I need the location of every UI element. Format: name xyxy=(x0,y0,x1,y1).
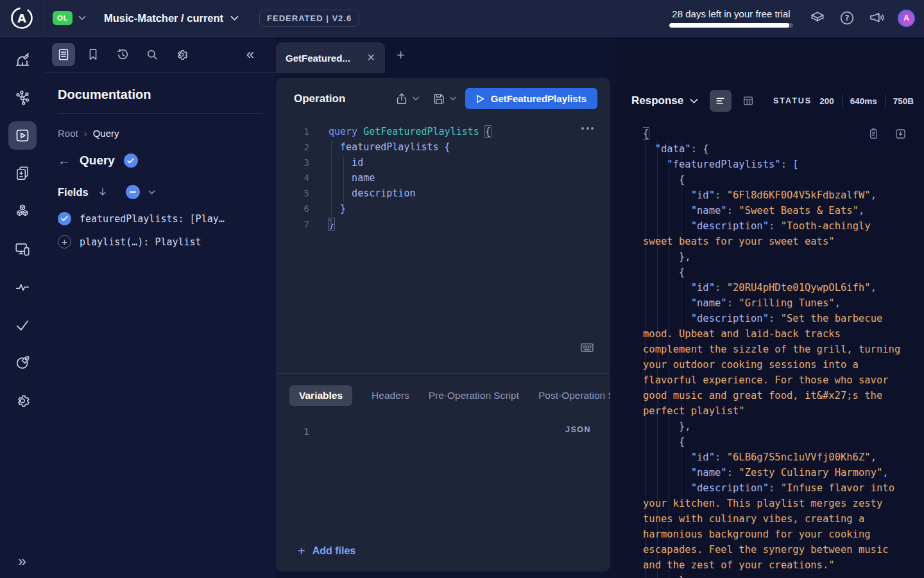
document-icon xyxy=(56,48,71,62)
package-icon[interactable] xyxy=(809,10,826,26)
field-row-featured-playlists[interactable]: featuredPlaylists: [Play… xyxy=(58,212,262,225)
rail-item-clients[interactable] xyxy=(8,235,37,263)
trial-progress-track xyxy=(669,23,793,28)
table-icon xyxy=(742,94,755,107)
svg-text:A: A xyxy=(17,12,26,25)
field-signature: featuredPlaylists: [Play… xyxy=(80,213,225,225)
run-operation-button[interactable]: GetFeaturedPlaylists xyxy=(465,88,597,109)
graph-chevron-down-icon[interactable] xyxy=(230,15,239,21)
documentation-panel: « Documentation Root › Query ← Query Fie… xyxy=(44,37,276,578)
checkmark-icon xyxy=(14,317,31,333)
operation-tab-label: GetFeatured... xyxy=(286,53,367,64)
field-signature: playlist(…): Playlist xyxy=(80,236,201,248)
type-selected-check-icon[interactable] xyxy=(124,153,138,168)
keyboard-shortcuts-icon[interactable] xyxy=(579,340,595,355)
operation-tab[interactable]: GetFeatured... ✕ xyxy=(276,42,385,73)
megaphone-icon[interactable] xyxy=(868,10,885,26)
org-chevron-down-icon[interactable] xyxy=(78,15,86,21)
docs-toolbar: « xyxy=(44,37,276,73)
changelog-icon xyxy=(14,165,31,182)
trial-text: 28 days left in your free trial xyxy=(672,8,790,19)
response-panel: Response STATUS 200 xyxy=(616,37,924,578)
back-arrow-icon[interactable]: ← xyxy=(58,154,71,167)
search-button[interactable] xyxy=(141,43,164,66)
federation-badge: FEDERATED | V2.6 xyxy=(259,10,359,27)
history-button[interactable] xyxy=(111,43,134,66)
save-icon[interactable] xyxy=(432,92,446,106)
observatory-icon xyxy=(14,51,31,68)
rail-item-sandbox[interactable] xyxy=(8,197,37,225)
fields-chevron-down-icon[interactable] xyxy=(148,190,155,195)
table-view-toggle[interactable] xyxy=(737,90,759,112)
raw-view-toggle[interactable] xyxy=(710,90,732,112)
cubes-icon xyxy=(14,203,31,220)
explorer-settings-button[interactable] xyxy=(170,43,193,66)
operation-panel-title: Operation xyxy=(294,92,345,105)
breadcrumb-query[interactable]: Query xyxy=(93,128,119,139)
save-chevron-down-icon[interactable] xyxy=(450,96,456,101)
rail-item-changelog[interactable] xyxy=(8,159,37,188)
editor-sub-tabs: Variables Headers Pre-Operation Script P… xyxy=(276,373,610,415)
share-chevron-down-icon[interactable] xyxy=(413,96,419,101)
add-files-button[interactable]: + Add files xyxy=(298,545,355,557)
svg-text:?: ? xyxy=(844,13,849,22)
fields-heading: Fields xyxy=(58,186,89,198)
graphql-editor[interactable]: 1query GetFeaturedPlaylists {2 featuredP… xyxy=(276,118,610,373)
tab-post-operation-script[interactable]: Post-Operation Script xyxy=(538,390,610,401)
share-icon[interactable] xyxy=(395,92,409,106)
collapse-panel-button[interactable]: « xyxy=(246,48,254,62)
status-label: STATUS xyxy=(773,96,812,105)
left-nav-rail: » xyxy=(0,37,44,578)
response-chevron-down-icon[interactable] xyxy=(690,98,698,104)
add-files-label: Add files xyxy=(312,545,356,557)
tab-pre-operation-script[interactable]: Pre-Operation Script xyxy=(429,390,519,401)
expand-rail-button[interactable]: » xyxy=(0,553,44,570)
run-button-label: GetFeaturedPlaylists xyxy=(491,93,586,104)
new-tab-button[interactable]: + xyxy=(397,48,405,62)
deselect-all-fields-button[interactable] xyxy=(126,185,140,199)
plus-icon: + xyxy=(298,545,305,557)
response-size: 750B xyxy=(893,96,914,106)
response-json-code: { "data": { "featuredPlaylists": [ { "id… xyxy=(643,126,903,578)
documentation-tab-button[interactable] xyxy=(52,43,75,66)
devices-icon xyxy=(14,241,31,258)
gear-icon xyxy=(175,48,189,62)
field-add-icon[interactable]: + xyxy=(58,235,71,249)
sort-down-arrow-icon[interactable] xyxy=(97,186,108,198)
rail-item-home[interactable] xyxy=(8,46,37,74)
close-tab-icon[interactable]: ✕ xyxy=(367,53,375,63)
user-avatar[interactable]: A xyxy=(898,10,915,27)
topbar: A OL Music-Matcher / current FEDERATED |… xyxy=(0,0,924,37)
explorer-play-icon xyxy=(14,127,31,144)
operation-column: GetFeatured... ✕ + Operation xyxy=(276,37,616,578)
rail-item-settings[interactable] xyxy=(8,387,37,415)
rail-item-insights[interactable] xyxy=(8,273,37,301)
play-icon xyxy=(476,94,484,103)
search-icon xyxy=(145,48,159,62)
history-clock-icon xyxy=(116,48,130,62)
rail-item-explorer[interactable] xyxy=(8,121,37,150)
gear-icon xyxy=(14,392,31,409)
indent-guide xyxy=(331,141,332,225)
operation-card: Operation xyxy=(276,78,610,572)
org-badge[interactable]: OL xyxy=(53,11,73,25)
help-icon[interactable]: ? xyxy=(839,10,855,26)
graph-network-icon xyxy=(14,89,31,106)
graph-title[interactable]: Music-Matcher / current xyxy=(104,12,223,24)
response-stats: STATUS 200 640ms 750B xyxy=(773,94,914,107)
saved-operations-button[interactable] xyxy=(81,43,105,66)
response-duration: 640ms xyxy=(850,96,877,106)
rocket-icon xyxy=(14,355,31,371)
breadcrumb-root[interactable]: Root xyxy=(58,128,78,139)
type-name: Query xyxy=(80,153,115,168)
breadcrumb-separator-icon: › xyxy=(84,128,87,139)
editor-menu-button[interactable] xyxy=(581,127,594,130)
rail-item-launches[interactable] xyxy=(8,349,37,377)
tab-variables[interactable]: Variables xyxy=(289,385,352,406)
field-checked-icon[interactable] xyxy=(58,212,71,225)
apollo-logo[interactable]: A xyxy=(0,0,44,36)
rail-item-checks[interactable] xyxy=(8,311,37,339)
rail-item-graph[interactable] xyxy=(8,83,37,112)
field-row-playlist[interactable]: + playlist(…): Playlist xyxy=(58,235,262,249)
tab-headers[interactable]: Headers xyxy=(372,390,409,401)
